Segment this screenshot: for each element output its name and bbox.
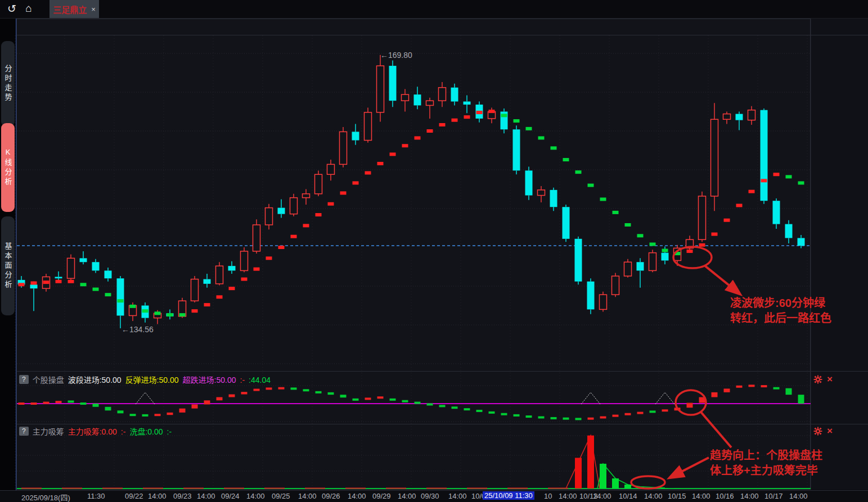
settings-gear-icon[interactable] — [813, 427, 822, 436]
subchart2-controls: × — [813, 427, 833, 436]
indicator-value: :- — [240, 376, 245, 385]
indicator-value: :- — [121, 427, 126, 436]
subchart1-values: 波段进场:50.00反弹进场:50.00超跌进场:50.00:-:44.04 — [68, 374, 275, 385]
annotation-limbo-step: 凌波微步:60分钟绿 转红，此后一路红色 — [730, 296, 831, 326]
close-pane-icon[interactable]: × — [827, 427, 833, 435]
svg-text:←169.80: ←169.80 — [380, 51, 412, 60]
subchart1-header: ? 个股操盘 波段进场:50.00反弹进场:50.00超跌进场:50.00:-:… — [19, 374, 275, 385]
indicator-value: :- — [167, 427, 172, 436]
subchart1-controls: × — [813, 375, 833, 384]
trading-app-window: { "window": {"tab_title": "三足鼎立", "close… — [0, 0, 868, 502]
settings-gear-icon[interactable] — [813, 375, 822, 384]
annotation-trend-up: 趋势向上：个股操盘柱 体上移+主力吸筹完毕 — [710, 448, 822, 478]
subchart2-header: ? 主力吸筹 主力吸筹:0.00:-洗盘:0.00:- — [19, 426, 176, 437]
indicator-value: 洗盘:0.00 — [129, 427, 163, 436]
indicator-value: :44.04 — [249, 376, 271, 385]
subchart2-name: 主力吸筹 — [33, 426, 64, 437]
svg-text:←134.56: ←134.56 — [122, 325, 154, 334]
indicator-value: 波段进场:50.00 — [68, 376, 122, 385]
indicator-value: 主力吸筹:0.00 — [68, 427, 117, 436]
subchart2-values: 主力吸筹:0.00:-洗盘:0.00:- — [68, 426, 176, 437]
close-pane-icon[interactable]: × — [827, 376, 833, 383]
subchart1-name: 个股操盘 — [33, 374, 64, 385]
indicator-value: 超跌进场:50.00 — [183, 376, 236, 385]
subchart1-help-badge[interactable]: ? — [19, 375, 29, 384]
indicator-value: 反弹进场:50.00 — [125, 376, 179, 385]
subchart2-help-badge[interactable]: ? — [19, 427, 29, 436]
